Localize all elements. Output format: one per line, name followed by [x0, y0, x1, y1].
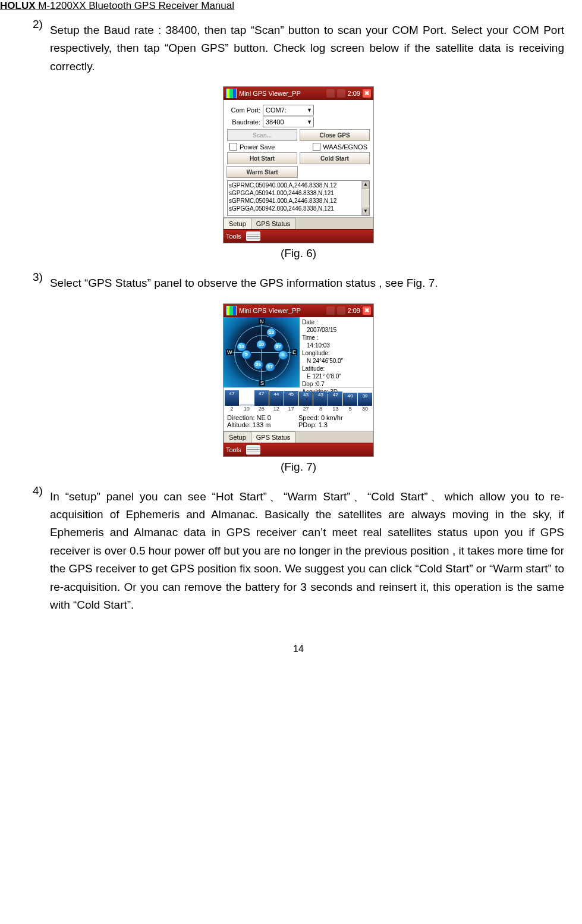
compass-e: E	[291, 349, 297, 355]
satellite-marker: 10	[256, 340, 266, 349]
hot-start-button[interactable]: Hot Start	[227, 152, 297, 164]
nmea-log: sGPRMC,050940.000,A,2446.8338,N,12 sGPGG…	[227, 180, 370, 216]
scan-button[interactable]: Scan...	[227, 129, 297, 141]
prn-value: 30	[358, 406, 372, 412]
altitude-label: Altitude:	[227, 421, 251, 428]
speed-label: Speed:	[298, 414, 319, 421]
waas-checkbox[interactable]	[313, 143, 320, 151]
log-scrollbar[interactable]: ▲▼	[361, 181, 369, 215]
compass-w: W	[226, 349, 234, 355]
close-gps-button[interactable]: Close GPS	[300, 129, 370, 141]
start-flag-icon	[226, 89, 237, 98]
snr-bar	[240, 404, 254, 406]
satellite-marker: 5	[241, 350, 251, 359]
longitude-value: N 24°46'50.0"	[302, 357, 371, 365]
cold-start-button[interactable]: Cold Start	[300, 152, 370, 164]
time-value: 14:10:03	[302, 342, 371, 349]
direction-value: NE 0	[257, 414, 271, 421]
snr-bar: 40	[343, 393, 357, 406]
tab-setup[interactable]: Setup	[224, 431, 251, 443]
item4-number: 4)	[33, 484, 43, 621]
prn-value: 27	[299, 406, 313, 412]
fig7-screenshot: Mini GPS Viewer_PP 2:09 ✖ N S E W 131027…	[223, 303, 374, 457]
close-icon[interactable]: ✖	[363, 306, 371, 315]
speed-value: 0 km/hr	[321, 414, 343, 421]
fig6-app-title: Mini GPS Viewer_PP	[239, 90, 301, 97]
fix-info: Date : 2007/03/15 Time : 14:10:03 Longit…	[300, 317, 373, 387]
fig6-caption: (Fig. 6)	[33, 247, 564, 260]
pdop-value: 1.3	[319, 421, 328, 428]
powersave-label: Power Save	[240, 143, 275, 151]
doc-header: HOLUX M-1200XX Bluetooth GPS Receiver Ma…	[0, 0, 564, 14]
log-line: sGPGGA,050941.000,2446.8338,N,121	[229, 189, 368, 197]
tools-menu[interactable]: Tools	[226, 446, 241, 453]
comport-select[interactable]: COM7:▼	[263, 105, 314, 115]
keyboard-icon[interactable]	[246, 231, 260, 241]
snr-bar: 43	[313, 391, 328, 406]
prn-row: 21026121727813530	[224, 406, 373, 413]
scroll-up-icon[interactable]: ▲	[362, 181, 369, 189]
close-icon[interactable]: ✖	[363, 89, 371, 98]
longitude-label: Longitude:	[302, 350, 330, 356]
prn-value: 8	[313, 406, 328, 412]
waas-label: WAAS/EGNOS	[323, 143, 367, 151]
connectivity-icon	[326, 89, 335, 98]
connectivity-icon	[326, 306, 335, 315]
tools-menu[interactable]: Tools	[226, 233, 241, 240]
fig7-app-title: Mini GPS Viewer_PP	[239, 307, 301, 314]
pdop-label: PDop:	[298, 421, 317, 428]
sky-plot: N S E W 13102730582617	[224, 317, 300, 387]
nav-stats: Direction: NE 0 Speed: 0 km/hr Altitude:…	[224, 413, 373, 431]
fig7-caption: (Fig. 7)	[33, 461, 564, 474]
prn-value: 2	[225, 406, 239, 412]
date-value: 2007/03/15	[302, 326, 371, 334]
snr-bar: 45	[284, 391, 298, 406]
tab-gps-status[interactable]: GPS Status	[251, 431, 295, 443]
snr-bar: 43	[299, 391, 313, 406]
volume-icon	[337, 306, 345, 315]
prn-value: 26	[254, 406, 269, 412]
tab-setup[interactable]: Setup	[224, 218, 251, 229]
item2-number: 2)	[33, 18, 43, 82]
comport-value: COM7:	[266, 107, 287, 114]
item3-text: Select “GPS Status” panel to observe the…	[50, 274, 564, 292]
fig6-clock: 2:09	[348, 90, 360, 97]
keyboard-icon[interactable]	[246, 445, 260, 455]
latitude-value: E 121° 0'8.0"	[302, 372, 371, 380]
compass-s: S	[259, 380, 265, 386]
fig7-titlebar: Mini GPS Viewer_PP 2:09 ✖	[224, 304, 373, 317]
satellite-marker: 26	[253, 360, 263, 369]
dropdown-arrow-icon: ▼	[307, 107, 312, 113]
prn-value: 10	[240, 406, 254, 412]
item2-text: Setup the Baud rate : 38400, then tap “S…	[50, 21, 564, 76]
snr-bar: 39	[358, 393, 372, 405]
prn-value: 5	[343, 406, 357, 412]
baudrate-select[interactable]: 38400▼	[263, 117, 314, 127]
baudrate-value: 38400	[266, 118, 284, 126]
latitude-label: Latitude:	[302, 365, 325, 372]
prn-value: 17	[284, 406, 298, 412]
scroll-down-icon[interactable]: ▼	[362, 208, 369, 215]
fig6-titlebar: Mini GPS Viewer_PP 2:09 ✖	[224, 87, 373, 100]
compass-n: N	[259, 318, 265, 324]
item4-text: In “setup” panel you can see “Hot Start”…	[50, 488, 564, 615]
log-line: sGPRMC,050941.000,A,2446.8338,N,12	[229, 197, 368, 205]
dop-value: 0.7	[316, 381, 325, 387]
date-label: Date :	[302, 319, 318, 325]
fig6-toolbar: Tools	[224, 229, 373, 243]
log-line: sGPRMC,050940.000,A,2446.8338,N,12	[229, 181, 368, 189]
time-label: Time :	[302, 334, 318, 341]
powersave-checkbox[interactable]	[229, 143, 237, 151]
satellite-marker: 17	[265, 362, 275, 372]
warm-start-button[interactable]: Warm Start	[226, 166, 298, 178]
start-flag-icon	[226, 306, 237, 315]
page-number: 14	[33, 644, 564, 654]
fig7-clock: 2:09	[348, 307, 360, 314]
snr-bar: 42	[328, 391, 342, 405]
dop-label: Dop :	[302, 381, 316, 387]
tab-gps-status[interactable]: GPS Status	[251, 218, 295, 229]
snr-bar: 44	[269, 391, 284, 405]
doc-header-bold: HOLUX	[0, 0, 36, 11]
volume-icon	[337, 89, 345, 98]
snr-bar: 47	[254, 390, 269, 406]
